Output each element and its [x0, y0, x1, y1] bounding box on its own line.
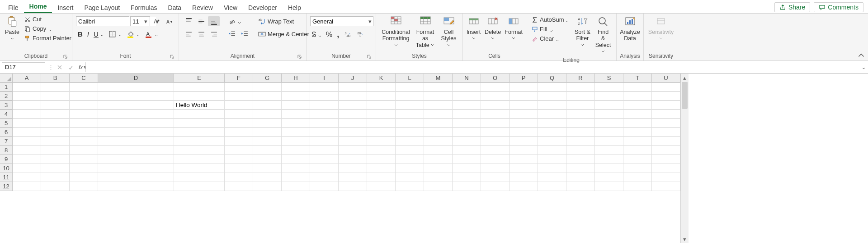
cell-G9[interactable] — [253, 155, 282, 164]
cell-B9[interactable] — [41, 155, 70, 164]
cell-B1[interactable] — [41, 83, 70, 92]
cell-M2[interactable] — [424, 92, 453, 101]
underline-button[interactable]: U — [92, 29, 106, 39]
bold-button[interactable]: B — [76, 29, 85, 39]
cell-B3[interactable] — [41, 101, 70, 110]
cell-F11[interactable] — [225, 173, 253, 182]
cell-H3[interactable] — [282, 101, 310, 110]
column-header-P[interactable]: P — [509, 74, 538, 83]
cell-L8[interactable] — [396, 146, 424, 155]
cell-B2[interactable] — [41, 92, 70, 101]
cell-K2[interactable] — [367, 92, 396, 101]
cell-B12[interactable] — [41, 182, 70, 191]
cell-O12[interactable] — [481, 182, 509, 191]
cell-D6[interactable] — [98, 128, 174, 137]
cell-J4[interactable] — [339, 110, 367, 119]
cell-J6[interactable] — [339, 128, 367, 137]
cell-F6[interactable] — [225, 128, 253, 137]
cut-button[interactable]: Cut — [23, 15, 73, 23]
cell-A5[interactable] — [13, 119, 41, 128]
cell-L11[interactable] — [396, 173, 424, 182]
autosum-button[interactable]: AutoSum — [530, 15, 571, 24]
cell-A7[interactable] — [13, 137, 41, 146]
cell-F10[interactable] — [225, 164, 253, 173]
cell-C9[interactable] — [70, 155, 98, 164]
cell-N1[interactable] — [453, 83, 481, 92]
cell-J11[interactable] — [339, 173, 367, 182]
number-format-combo[interactable]: ▾ — [310, 16, 373, 26]
cell-K5[interactable] — [367, 119, 396, 128]
cell-N4[interactable] — [453, 110, 481, 119]
cell-U11[interactable] — [652, 173, 680, 182]
cancel-formula-button[interactable] — [54, 62, 65, 72]
cell-L3[interactable] — [396, 101, 424, 110]
cell-U1[interactable] — [652, 83, 680, 92]
cell-M7[interactable] — [424, 137, 453, 146]
cell-K6[interactable] — [367, 128, 396, 137]
cell-U4[interactable] — [652, 110, 680, 119]
cell-G2[interactable] — [253, 92, 282, 101]
cell-T5[interactable] — [623, 119, 652, 128]
cell-O10[interactable] — [481, 164, 509, 173]
number-format-input[interactable] — [311, 17, 360, 26]
cell-O7[interactable] — [481, 137, 509, 146]
borders-button[interactable] — [107, 29, 124, 39]
row-header-5[interactable]: 5 — [0, 119, 13, 128]
comma-format-button[interactable]: , — [335, 29, 341, 40]
cell-H7[interactable] — [282, 137, 310, 146]
insert-function-button[interactable]: fx — [79, 64, 83, 70]
cell-F1[interactable] — [225, 83, 253, 92]
increase-decimal-button[interactable]: .0.00 — [342, 30, 354, 40]
cell-K4[interactable] — [367, 110, 396, 119]
cell-P7[interactable] — [509, 137, 538, 146]
cell-T10[interactable] — [623, 164, 652, 173]
cell-Q3[interactable] — [538, 101, 566, 110]
alignment-dialog-launcher[interactable] — [297, 54, 302, 60]
decrease-indent-button[interactable] — [226, 29, 238, 39]
row-header-1[interactable]: 1 — [0, 83, 13, 92]
formula-input[interactable] — [85, 62, 859, 72]
cell-F8[interactable] — [225, 146, 253, 155]
cell-A10[interactable] — [13, 164, 41, 173]
cell-P10[interactable] — [509, 164, 538, 173]
cell-M1[interactable] — [424, 83, 453, 92]
cell-R6[interactable] — [566, 128, 595, 137]
cell-K8[interactable] — [367, 146, 396, 155]
tab-developer[interactable]: Developer — [243, 2, 283, 13]
cell-F2[interactable] — [225, 92, 253, 101]
cell-A8[interactable] — [13, 146, 41, 155]
select-all-corner[interactable] — [0, 74, 13, 83]
cell-H6[interactable] — [282, 128, 310, 137]
cell-C7[interactable] — [70, 137, 98, 146]
cell-R2[interactable] — [566, 92, 595, 101]
chevron-down-icon[interactable]: ▾ — [367, 18, 373, 25]
cell-H12[interactable] — [282, 182, 310, 191]
cell-R7[interactable] — [566, 137, 595, 146]
cell-T6[interactable] — [623, 128, 652, 137]
cell-B11[interactable] — [41, 173, 70, 182]
cell-K7[interactable] — [367, 137, 396, 146]
tab-view[interactable]: View — [218, 2, 243, 13]
cell-S5[interactable] — [595, 119, 623, 128]
cell-I9[interactable] — [310, 155, 339, 164]
column-header-C[interactable]: C — [70, 74, 98, 83]
format-cells-button[interactable]: Format — [503, 14, 524, 43]
cell-M12[interactable] — [424, 182, 453, 191]
cell-L5[interactable] — [396, 119, 424, 128]
cell-S2[interactable] — [595, 92, 623, 101]
row-header-10[interactable]: 10 — [0, 164, 13, 173]
column-header-G[interactable]: G — [253, 74, 282, 83]
cell-N5[interactable] — [453, 119, 481, 128]
cell-N12[interactable] — [453, 182, 481, 191]
cell-U9[interactable] — [652, 155, 680, 164]
cell-G3[interactable] — [253, 101, 282, 110]
font-color-button[interactable]: A — [143, 29, 160, 39]
accounting-format-button[interactable]: $ — [310, 30, 323, 40]
cell-Q8[interactable] — [538, 146, 566, 155]
analyze-data-button[interactable]: AnalyzeData — [618, 14, 642, 43]
cell-J9[interactable] — [339, 155, 367, 164]
decrease-decimal-button[interactable]: .00.0 — [354, 30, 366, 40]
cell-Q2[interactable] — [538, 92, 566, 101]
fill-color-button[interactable] — [125, 29, 142, 39]
cell-A4[interactable] — [13, 110, 41, 119]
